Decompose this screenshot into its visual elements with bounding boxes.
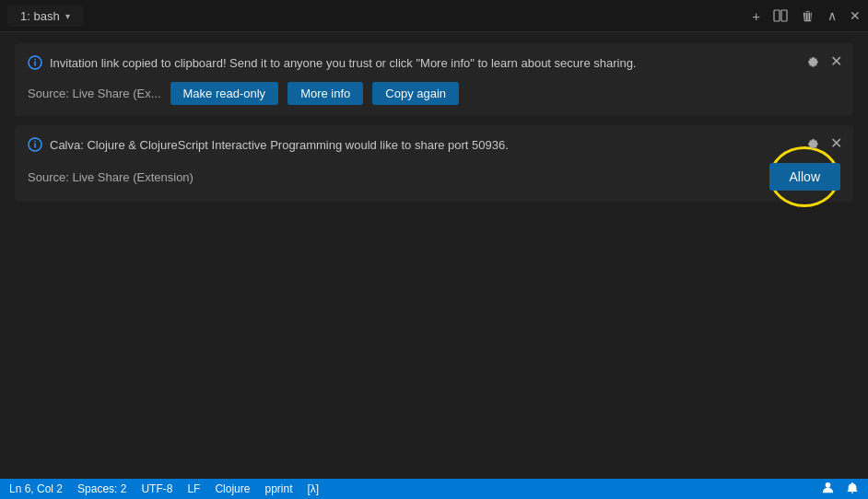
- status-bar: Ln 6, Col 2 Spaces: 2 UTF-8 LF Clojure p…: [0, 479, 868, 499]
- notification2-top-row: Calva: Clojure & ClojureScript Interacti…: [28, 136, 840, 155]
- trash-icon[interactable]: [801, 9, 815, 23]
- tab-actions: + ∧ ✕: [752, 8, 861, 24]
- add-terminal-icon[interactable]: +: [752, 8, 760, 24]
- svg-rect-3: [34, 62, 36, 66]
- notification2-actions: Source: Live Share (Extension) Allow: [28, 163, 840, 191]
- status-spaces[interactable]: Spaces: 2: [77, 482, 126, 495]
- status-right-icons: [821, 481, 859, 497]
- bell-icon[interactable]: [846, 482, 859, 497]
- info-icon-2: [28, 137, 42, 152]
- status-eol[interactable]: LF: [187, 482, 200, 495]
- svg-point-4: [34, 59, 36, 61]
- svg-point-8: [826, 482, 831, 488]
- svg-rect-0: [774, 10, 780, 21]
- notification2-source: Source: Live Share (Extension): [28, 170, 194, 184]
- status-formatter[interactable]: pprint: [264, 482, 292, 495]
- more-info-button[interactable]: More info: [287, 82, 363, 105]
- notification-source: Source: Live Share (Ex...: [28, 87, 161, 100]
- close-icon[interactable]: ✕: [850, 8, 861, 23]
- make-read-only-button[interactable]: Make read-only: [170, 82, 279, 105]
- svg-rect-6: [34, 143, 36, 147]
- notification-liveshare-clipboard: Invitation link copied to clipboard! Sen…: [15, 43, 853, 116]
- chevron-up-icon[interactable]: ∧: [827, 8, 837, 23]
- svg-point-7: [34, 140, 36, 142]
- status-encoding[interactable]: UTF-8: [141, 482, 172, 495]
- notification-actions: Source: Live Share (Ex... Make read-only…: [28, 82, 840, 105]
- bash-tab[interactable]: 1: bash ▾: [7, 6, 83, 27]
- status-lambda[interactable]: [λ]: [307, 482, 319, 495]
- svg-rect-1: [781, 10, 787, 21]
- allow-button-wrapper: Allow: [769, 163, 840, 191]
- chevron-down-icon: ▾: [65, 11, 70, 21]
- gear-icon[interactable]: [806, 54, 820, 68]
- notification-top-row: Invitation link copied to clipboard! Sen…: [28, 54, 840, 73]
- split-terminal-icon[interactable]: [773, 8, 788, 23]
- status-ln-col[interactable]: Ln 6, Col 2: [9, 482, 63, 495]
- gear-icon-2[interactable]: [806, 136, 820, 150]
- allow-button[interactable]: Allow: [769, 163, 840, 191]
- notification-calva-port: Calva: Clojure & ClojureScript Interacti…: [15, 125, 853, 203]
- notifications-area: Invitation link copied to clipboard! Sen…: [0, 32, 868, 479]
- terminal-tab-bar: 1: bash ▾ + ∧ ✕: [0, 0, 868, 32]
- notification-message: Invitation link copied to clipboard! Sen…: [50, 54, 840, 73]
- copy-again-button[interactable]: Copy again: [372, 82, 459, 105]
- info-icon: [28, 55, 42, 70]
- close-notification1-icon[interactable]: ✕: [830, 54, 842, 69]
- person-icon[interactable]: [821, 481, 835, 497]
- notification2-message: Calva: Clojure & ClojureScript Interacti…: [50, 136, 840, 155]
- tab-label: 1: bash: [20, 9, 60, 23]
- close-notification2-icon[interactable]: ✕: [830, 136, 842, 151]
- status-language[interactable]: Clojure: [215, 482, 250, 495]
